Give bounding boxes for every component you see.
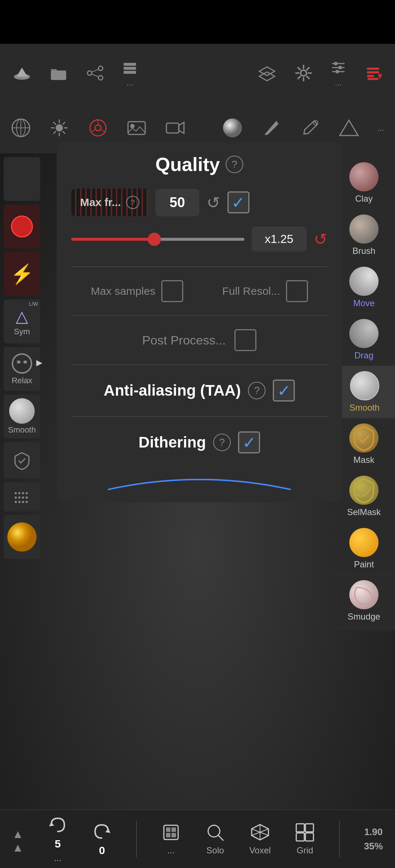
max-fr-checkbox[interactable]: ✓ <box>227 191 249 213</box>
brush-ball <box>349 214 379 244</box>
camera-iris-icon[interactable] <box>88 117 108 139</box>
selmask-ball <box>349 476 379 505</box>
image-icon[interactable] <box>127 117 147 139</box>
max-fr-help-icon[interactable]: ? <box>126 196 139 209</box>
svg-line-5 <box>92 69 98 72</box>
left-tool-sym[interactable]: L/W △ Sym <box>4 300 40 343</box>
hat-icon[interactable] <box>11 62 33 84</box>
max-samples-checkbox[interactable] <box>161 280 183 302</box>
svg-point-53 <box>15 492 17 494</box>
bottom-separator-2 <box>339 821 340 857</box>
left-tool-lightning[interactable]: ⚡ <box>4 252 40 296</box>
settings-icon[interactable] <box>293 62 315 84</box>
left-tool-smooth[interactable]: Smooth <box>4 395 40 438</box>
triangle-icon[interactable] <box>339 117 359 139</box>
left-tool-dots-pattern[interactable] <box>4 482 40 511</box>
svg-point-17 <box>338 66 342 69</box>
brush-item-smudge[interactable]: Smudge <box>333 575 395 627</box>
max-fr-value[interactable]: 50 <box>155 189 199 216</box>
quality-help-icon[interactable]: ? <box>226 156 243 173</box>
brush-item-paint[interactable]: Paint <box>333 523 395 575</box>
zoom-display: 1.90 35% <box>364 826 383 852</box>
slider-reset-icon[interactable]: ↺ <box>314 230 327 248</box>
paint-ball <box>349 528 379 557</box>
anti-aliasing-checkbox[interactable]: ✓ <box>273 380 295 401</box>
eyedropper-icon[interactable] <box>300 117 320 139</box>
scene-icon <box>161 822 181 842</box>
left-tool-red-circle[interactable] <box>4 205 40 248</box>
svg-point-12 <box>301 70 306 76</box>
redo-icon <box>92 821 112 841</box>
left-tool-empty[interactable] <box>4 157 40 201</box>
selmask-label: SelMask <box>347 507 381 517</box>
clay-label: Clay <box>355 194 373 204</box>
voxel-icon <box>250 822 270 842</box>
brush-item-selmask[interactable]: SelMask <box>333 471 395 523</box>
drag-label: Drag <box>354 350 373 361</box>
grid-icon-bottom <box>295 822 315 842</box>
svg-point-55 <box>22 492 24 494</box>
video-icon[interactable] <box>165 117 185 139</box>
tools-icon[interactable] <box>362 62 384 84</box>
sliders-icon-group[interactable]: ... <box>329 58 347 88</box>
redo-button[interactable]: 0 <box>92 821 112 857</box>
brush-item-smooth[interactable]: Smooth <box>333 366 395 418</box>
max-fr-checkmark: ✓ <box>232 193 245 212</box>
solo-button[interactable]: Solo <box>205 822 225 856</box>
svg-point-46 <box>223 118 242 137</box>
svg-line-34 <box>63 131 65 134</box>
quality-slider[interactable] <box>71 238 244 241</box>
dithering-checkbox[interactable]: ✓ <box>238 431 260 453</box>
svg-line-74 <box>218 835 223 841</box>
max-fr-button[interactable]: Max fr... ? <box>71 189 148 216</box>
clay-ball <box>349 162 379 191</box>
sym-label: Sym <box>14 327 30 336</box>
layers-icon[interactable] <box>256 62 278 84</box>
sun-icon[interactable] <box>49 117 69 139</box>
anti-aliasing-help-icon[interactable]: ? <box>248 382 266 399</box>
brush-item-mask[interactable]: Mask <box>333 418 395 471</box>
sym-icon: △ <box>16 307 28 326</box>
svg-rect-21 <box>367 75 374 77</box>
grid-circle-icon[interactable] <box>11 117 31 139</box>
post-process-label: Post Process... <box>142 333 226 347</box>
svg-line-6 <box>92 74 98 77</box>
brush-item-drag[interactable]: Drag <box>333 314 395 366</box>
dithering-row: Dithering ? ✓ <box>71 423 327 462</box>
left-tool-mask[interactable] <box>4 442 40 479</box>
svg-point-64 <box>26 501 28 503</box>
mask-ball <box>349 423 379 453</box>
slider-thumb[interactable] <box>148 233 161 246</box>
scene-button[interactable]: ... <box>161 822 181 856</box>
brush-item-brush[interactable]: Brush <box>333 209 395 262</box>
multiplier-value[interactable]: x1.25 <box>252 226 306 252</box>
svg-rect-20 <box>367 71 379 73</box>
svg-point-2 <box>87 71 92 75</box>
svg-point-3 <box>98 66 103 71</box>
grid-button[interactable]: Grid <box>295 822 315 856</box>
layers-stack-icon-group[interactable]: ... <box>121 58 139 88</box>
brush-item-move[interactable]: Move <box>333 262 395 314</box>
full-resolution-item: Full Resol... <box>222 280 308 302</box>
scene-dots: ... <box>167 845 174 856</box>
voxel-button[interactable]: Voxel <box>249 822 271 856</box>
max-fr-reset-icon[interactable]: ↺ <box>207 193 220 212</box>
anti-aliasing-row: Anti-aliasing (TAA) ? ✓ <box>71 371 327 410</box>
share-icon[interactable] <box>84 62 106 84</box>
folder-icon[interactable] <box>48 62 69 84</box>
dithering-help-icon[interactable]: ? <box>213 434 231 451</box>
svg-point-43 <box>130 124 135 128</box>
sphere-brush-icon[interactable] <box>222 117 244 139</box>
post-process-checkbox[interactable] <box>234 329 256 351</box>
left-tool-relax[interactable]: Relax <box>4 347 40 391</box>
max-fr-row: Max fr... ? 50 ↺ ✓ <box>71 189 327 216</box>
lightning-icon: ⚡ <box>10 263 34 285</box>
full-resolution-checkbox[interactable] <box>286 280 308 302</box>
pen-icon[interactable] <box>262 117 282 139</box>
brush-item-clay[interactable]: Clay <box>333 157 395 209</box>
dithering-checkmark: ✓ <box>242 433 256 452</box>
two-check-row: Max samples Full Resol... <box>71 273 327 309</box>
svg-point-63 <box>22 501 24 503</box>
left-tool-gold-sphere[interactable]: ▶ <box>4 515 40 559</box>
undo-button[interactable]: 5 ... <box>48 815 68 863</box>
